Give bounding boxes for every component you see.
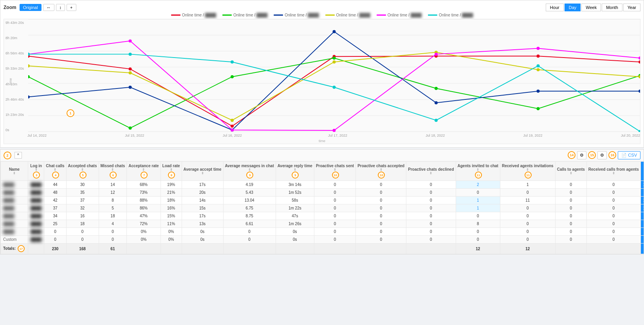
chart-legend: Online time / ████ Online time / ████ On… bbox=[4, 13, 640, 17]
time-hour-btn[interactable]: Hour bbox=[546, 4, 564, 11]
cell-proactive-accepted: 0 bbox=[356, 197, 406, 204]
svg-point-31 bbox=[231, 119, 234, 122]
th-avg-reply[interactable]: Average reply time⇕ 9 bbox=[276, 162, 314, 181]
totals-received-invitations: 12 bbox=[500, 244, 555, 254]
th-proactive-accepted[interactable]: Proactive chats accepted⇕ 10 bbox=[356, 162, 406, 181]
time-controls: Hour Day Week Month Year bbox=[546, 4, 640, 11]
annotation-9a: 9 bbox=[246, 172, 253, 179]
cell-avg-accept: 0s bbox=[182, 228, 223, 236]
cell-calls-to-agents: 0 bbox=[555, 197, 586, 204]
cell-load-rate: 18% bbox=[161, 197, 182, 204]
cell-proactive-sent: 0 bbox=[314, 220, 355, 228]
cell-login: ████ bbox=[28, 181, 44, 189]
th-received-invitations[interactable]: Received agents invitations⇕ 11 bbox=[500, 162, 555, 181]
svg-point-22 bbox=[28, 96, 30, 99]
th-proactive-declined[interactable]: Proactive chats declined⇕ bbox=[406, 162, 456, 181]
chart-toolbar: Zoom Original ↔ ↕ + Hour Day Week Month … bbox=[4, 4, 640, 11]
cell-calls-to-agents: 0 bbox=[555, 228, 586, 236]
totals-calls-to-agents bbox=[555, 244, 586, 254]
legend-label-2: Online time / ████ bbox=[233, 13, 267, 17]
collapse-btn[interactable]: ^ bbox=[14, 152, 22, 159]
totals-received-calls bbox=[586, 244, 640, 254]
cell-missed-chats: 8 bbox=[99, 197, 127, 204]
th-calls-to-agents[interactable]: Calls to agents⇕ bbox=[555, 162, 586, 181]
cell-agents-invited: 0 bbox=[456, 189, 500, 197]
th-avg-accept[interactable]: Average accept time⇕ bbox=[182, 162, 223, 181]
svg-point-19 bbox=[435, 87, 438, 90]
svg-point-41 bbox=[536, 47, 539, 50]
cell-avg-reply: 3m 14s bbox=[276, 181, 314, 189]
y-label-8: 0s bbox=[5, 128, 26, 132]
th-online-time[interactable]: Online time▼ 12 bbox=[640, 162, 644, 181]
totals-agents-invited: 12 bbox=[456, 244, 500, 254]
cell-received-invitations: 0 bbox=[500, 204, 555, 212]
th-login[interactable]: Log in⇕ 3 bbox=[28, 162, 44, 181]
legend-item-4: Online time / ████ bbox=[325, 13, 370, 17]
cell-proactive-declined: 0 bbox=[406, 204, 456, 212]
legend-color-6 bbox=[428, 14, 437, 16]
cell-online-time: 1d 15h 43m 28s bbox=[640, 204, 644, 212]
svg-point-34 bbox=[536, 68, 539, 71]
totals-avg-accept bbox=[182, 244, 223, 254]
table-row: ████████34161847%15%17s8.7547s00000001d … bbox=[1, 212, 644, 220]
x-label-6: Jul 19, 2022 bbox=[523, 134, 543, 137]
svg-point-28 bbox=[639, 90, 640, 93]
cell-accepted-chats: 37 bbox=[66, 197, 99, 204]
cell-calls-to-agents: 0 bbox=[555, 189, 586, 197]
th-acceptance-rate[interactable]: Acceptance rate⇕ 7 bbox=[127, 162, 161, 181]
cell-missed-chats: 0 bbox=[99, 236, 127, 244]
time-day-btn[interactable]: Day bbox=[565, 4, 581, 11]
settings-btn[interactable]: ⚙ bbox=[577, 151, 586, 159]
y-label-7: 1h 23m 20s bbox=[5, 113, 26, 117]
chart-area: 9h 43m 20s 8h 20m 6h 56m 40s 5h 33m 20s … bbox=[4, 19, 640, 144]
cell-proactive-sent: 0 bbox=[314, 181, 355, 189]
time-year-btn[interactable]: Year bbox=[623, 4, 640, 11]
cell-acceptance-rate: 68% bbox=[127, 181, 161, 189]
zoom-in-btn[interactable]: + bbox=[67, 4, 76, 11]
th-proactive-sent[interactable]: Proactive chats sent⇕ 10 bbox=[314, 162, 355, 181]
cell-proactive-sent: 0 bbox=[314, 212, 355, 220]
columns-btn[interactable]: ⚙ bbox=[597, 151, 607, 159]
cell-received-invitations: 1 bbox=[500, 181, 555, 189]
time-month-btn[interactable]: Month bbox=[602, 4, 622, 11]
table-row: Custom████0000%0%0s00s00000000s0s6d 20h … bbox=[1, 236, 644, 244]
zoom-original-btn[interactable]: Original bbox=[20, 4, 41, 11]
cell-received-calls: 0 bbox=[586, 197, 640, 204]
cell-login: ████ bbox=[28, 236, 44, 244]
cell-online-time: 1d 14h 44s bbox=[640, 212, 644, 220]
cell-avg-reply: 1m 26s bbox=[276, 220, 314, 228]
th-missed-chats[interactable]: Missed chats⇕ 6 bbox=[99, 162, 127, 181]
th-accepted-chats[interactable]: Accepted chats⇕ 5 bbox=[66, 162, 99, 181]
cell-chat-calls: 0 bbox=[44, 228, 66, 236]
cell-received-invitations: 0 bbox=[500, 228, 555, 236]
time-week-btn[interactable]: Week bbox=[581, 4, 601, 11]
cell-login: ████ bbox=[28, 197, 44, 204]
totals-missed-chats: 61 bbox=[99, 244, 127, 254]
data-table: Name⇕ Log in⇕ 3 Chat calls⇕ 4 Accepted c… bbox=[0, 161, 644, 254]
csv-btn[interactable]: 📄 CSV bbox=[618, 151, 640, 159]
y-label-4: 5h 33m 20s bbox=[5, 67, 26, 70]
zoom-fit-width-btn[interactable]: ↔ bbox=[43, 4, 54, 11]
cell-chat-calls: 37 bbox=[44, 204, 66, 212]
cell-received-invitations: 11 bbox=[500, 197, 555, 204]
th-name[interactable]: Name⇕ bbox=[1, 162, 28, 181]
cell-online-time: 1d 54m 32s bbox=[640, 220, 644, 228]
th-load-rate[interactable]: Load rate⇕ 8 bbox=[161, 162, 182, 181]
cell-proactive-accepted: 0 bbox=[356, 228, 406, 236]
cell-login: ████ bbox=[28, 228, 44, 236]
annotation-3: 3 bbox=[33, 172, 40, 179]
th-received-calls[interactable]: Received calls from agents⇕ bbox=[586, 162, 640, 181]
legend-item-6: Online time / ████ bbox=[428, 13, 473, 17]
cell-received-invitations: 0 bbox=[500, 189, 555, 197]
x-axis-labels: Jul 14, 2022 Jul 15, 2022 Jul 16, 2022 J… bbox=[27, 132, 640, 144]
th-avg-messages[interactable]: Average messages in chat⇕ 9 bbox=[223, 162, 276, 181]
th-agents-invited[interactable]: Agents invited to chat⇕ 11 bbox=[456, 162, 500, 181]
cell-avg-reply: 58s bbox=[276, 197, 314, 204]
zoom-fit-height-btn[interactable]: ↕ bbox=[56, 4, 65, 11]
th-chat-calls[interactable]: Chat calls⇕ 4 bbox=[44, 162, 66, 181]
annotation-11b: 11 bbox=[525, 172, 532, 179]
cell-proactive-accepted: 0 bbox=[356, 204, 406, 212]
cell-accepted-chats: 32 bbox=[66, 204, 99, 212]
svg-point-38 bbox=[231, 128, 234, 132]
cell-name: ████ bbox=[1, 212, 28, 220]
